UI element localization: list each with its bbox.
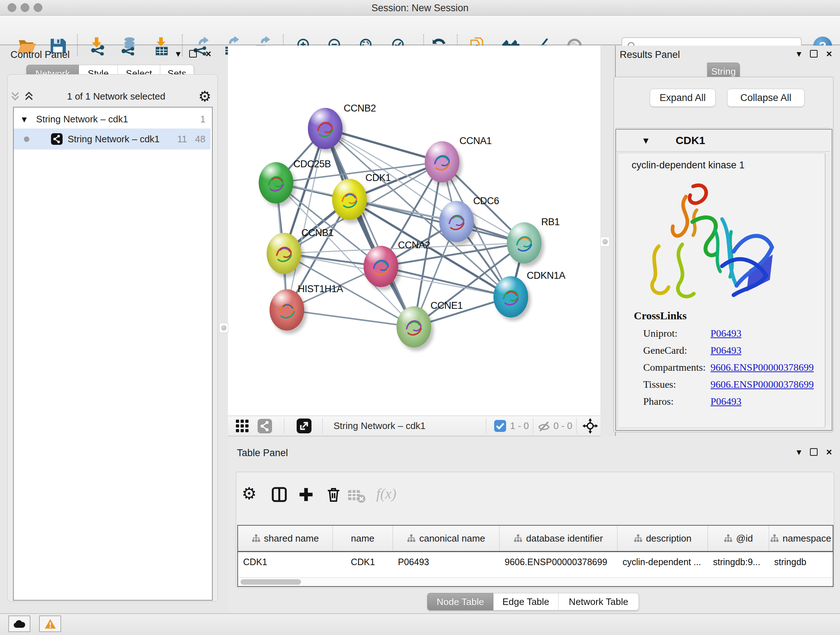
import-network-file-icon[interactable] [88, 36, 107, 55]
node-label: CCNA2 [398, 240, 430, 251]
panel-close-icon[interactable]: × [826, 448, 832, 456]
crosslink-row: Uniprot:P06493 [643, 328, 677, 339]
network-node-ccne1[interactable] [396, 306, 431, 348]
node-label: CDC25B [294, 158, 331, 170]
panel-maximize-icon[interactable] [810, 50, 818, 57]
panel-close-icon[interactable]: × [205, 50, 211, 57]
crosslink-label: Uniprot: [643, 328, 677, 339]
open-in-new-window-icon[interactable] [297, 418, 311, 433]
table-cell: stringdb:9... [708, 552, 769, 572]
toolbar-separator [284, 418, 284, 433]
cloud-icon [13, 619, 27, 629]
collapse-all-button[interactable]: Collapse All [727, 89, 805, 107]
protein-thumbnail [439, 201, 474, 242]
crosslink-value-link[interactable]: P06493 [711, 345, 742, 356]
vertical-splitter-handle[interactable] [219, 323, 228, 333]
column-header-namespace[interactable]: namespace [769, 526, 833, 551]
show-columns-icon[interactable] [271, 486, 288, 503]
network-node-hist1h1a[interactable] [270, 289, 304, 331]
table-panel-title: Table Panel [237, 448, 288, 459]
panel-float-icon[interactable]: ▼ [797, 448, 801, 456]
collapse-all-icon[interactable] [10, 91, 20, 102]
network-canvas[interactable]: CCNB2CCNA1CDC25BCDK1CDC6RB1CCNB1CCNA2CDK… [228, 46, 601, 416]
panel-maximize-icon[interactable] [189, 50, 197, 57]
network-node-cdc6[interactable] [439, 201, 474, 242]
network-row-selected[interactable]: String Network – cdk1 11 48 [14, 128, 210, 149]
cloud-status-button[interactable] [8, 616, 30, 632]
expand-all-icon[interactable] [24, 91, 34, 102]
network-collection-row[interactable]: ▼ String Network – cdk1 1 [14, 110, 210, 128]
network-node-cdkn1a[interactable] [493, 276, 528, 318]
vertical-splitter-handle[interactable] [600, 237, 609, 247]
table-options-gear-icon[interactable]: ⚙ [242, 484, 259, 501]
column-header-database-identifier[interactable]: database identifier [500, 526, 617, 551]
tab-edge-table[interactable]: Edge Table [493, 593, 559, 610]
crosslink-row: Compartments:9606.ENSP00000378699 [643, 362, 706, 373]
panel-float-icon[interactable]: ▼ [176, 50, 180, 57]
node-label: CDC6 [473, 195, 499, 207]
results-panel-title: Results Panel [620, 49, 680, 60]
column-header-id[interactable]: @id [708, 526, 769, 551]
network-status-dot [24, 136, 29, 142]
hidden-eye-icon[interactable] [537, 420, 551, 433]
delete-table-icon[interactable] [348, 489, 365, 506]
application-window: Session: New Session [0, 0, 840, 635]
network-node-ccna1[interactable] [425, 141, 459, 182]
panel-float-icon[interactable]: ▼ [797, 50, 801, 57]
import-network-database-icon[interactable] [119, 36, 138, 55]
column-header-name[interactable]: name [333, 526, 393, 551]
column-type-icon [634, 534, 643, 543]
gene-details: cyclin-dependent kinase 1 CrossLinks Uni… [617, 153, 825, 428]
crosslink-value-link[interactable]: 9606.ENSP00000378699 [711, 379, 813, 390]
crosslink-row: Tissues:9606.ENSP00000378699 [643, 379, 676, 390]
network-node-rb1[interactable] [507, 222, 542, 264]
birdseye-grid-icon[interactable] [236, 420, 249, 432]
network-node-cdc25b[interactable] [259, 162, 294, 203]
node-label: CCNB2 [344, 103, 376, 114]
table-row[interactable]: CDK1CDK1P064939606.ENSP00000378699cyclin… [238, 552, 833, 572]
crosslink-value-link[interactable]: P06493 [711, 328, 742, 339]
table-header-row: shared namenamecanonical namedatabase id… [238, 526, 833, 552]
column-header-label: canonical name [419, 533, 485, 544]
column-header-description[interactable]: description [617, 526, 708, 551]
gene-section-header[interactable]: ▼ CDK1 [616, 130, 830, 152]
column-type-icon [724, 534, 733, 543]
panel-maximize-icon[interactable] [810, 448, 818, 456]
network-node-ccna2[interactable] [363, 246, 398, 287]
column-header-label: namespace [783, 533, 831, 544]
expand-all-button[interactable]: Expand All [650, 89, 715, 107]
function-builder-icon[interactable]: f(x) [376, 485, 396, 502]
delete-column-trash-icon[interactable] [325, 486, 342, 503]
network-node-cdk1[interactable] [332, 179, 367, 220]
gene-description: cyclin-dependent kinase 1 [632, 160, 745, 171]
network-list: ▼ String Network – cdk1 1 String Network… [13, 107, 213, 600]
network-node-ccnb1[interactable] [267, 233, 302, 274]
string-settings-icon[interactable] [257, 419, 272, 433]
table-horizontal-scrollbar[interactable] [238, 578, 833, 586]
column-header-label: name [351, 533, 374, 544]
navigator-crosshair-icon[interactable] [583, 418, 598, 434]
column-header-canonical-name[interactable]: canonical name [393, 526, 500, 551]
column-header-shared-name[interactable]: shared name [238, 526, 333, 551]
main-toolbar: ? [0, 16, 840, 45]
protein-structure-image [635, 176, 787, 313]
crosslink-value-link[interactable]: 9606.ENSP00000378699 [711, 362, 813, 373]
network-node-ccnb2[interactable] [308, 108, 343, 149]
panel-close-icon[interactable]: × [826, 50, 832, 57]
tab-network-table[interactable]: Network Table [559, 593, 639, 610]
tab-node-table[interactable]: Node Table [427, 593, 493, 610]
table-cell: cyclin-dependent ... [617, 552, 708, 572]
import-table-file-icon[interactable] [152, 36, 171, 55]
results-scrollbar[interactable] [825, 154, 831, 426]
add-column-icon[interactable] [297, 486, 315, 503]
column-type-icon [514, 534, 523, 543]
section-expander-icon[interactable]: ▼ [643, 136, 649, 144]
column-header-label: @id [736, 533, 753, 544]
warnings-button[interactable] [39, 616, 61, 632]
network-options-gear-icon[interactable]: ⚙ [198, 88, 211, 105]
tree-expander-icon[interactable]: ▼ [22, 116, 27, 123]
crosslink-value-link[interactable]: P06493 [711, 396, 742, 407]
selected-checkbox-icon[interactable] [494, 420, 506, 432]
scrollbar-thumb[interactable] [240, 579, 301, 585]
node-count: 11 [177, 134, 187, 145]
